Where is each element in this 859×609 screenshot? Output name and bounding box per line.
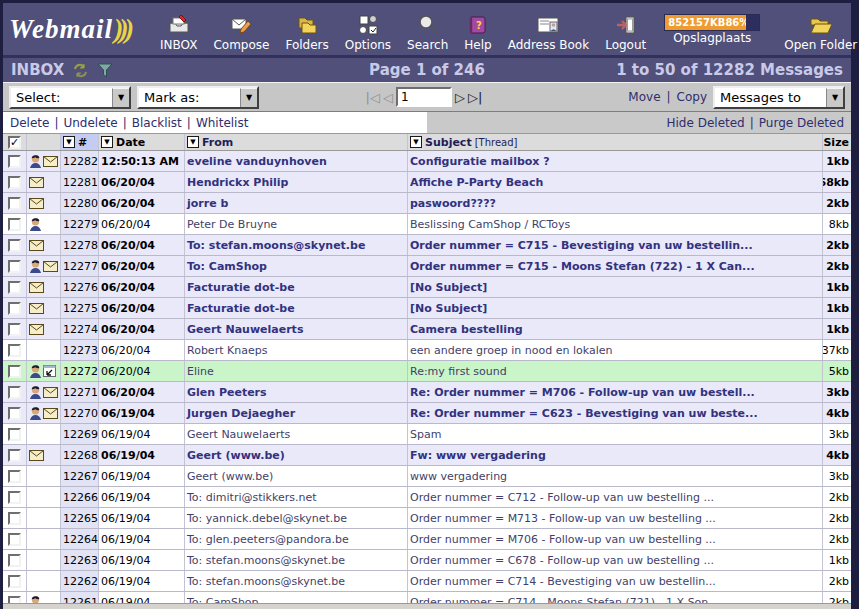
message-subject[interactable]: Configuratie mailbox ? (408, 151, 823, 171)
message-row[interactable]: 1226806/19/04Geert (www.be)Fw: www verga… (3, 445, 851, 466)
message-checkbox[interactable] (8, 197, 21, 210)
select-dropdown[interactable]: Select: ▼ (9, 86, 131, 109)
mark-as-dropdown[interactable]: Mark as: ▼ (137, 86, 259, 109)
whitelist-link[interactable]: Whitelist (196, 116, 249, 130)
message-from[interactable]: To: glen.peeters@pandora.be (185, 529, 408, 549)
sort-subject-button[interactable]: ▼ (410, 136, 422, 148)
hide-deleted-link[interactable]: Hide Deleted (667, 116, 745, 130)
message-subject[interactable]: Order nummer = M713 - Follow-up van uw b… (408, 508, 823, 528)
message-subject[interactable]: Re: Order nummer = M706 - Follow-up van … (408, 382, 823, 402)
message-from[interactable]: To: stefan.moons@skynet.be (185, 550, 408, 570)
message-from[interactable]: Peter De Bruyne (185, 214, 408, 234)
message-subject[interactable]: Re: Order nummer = C623 - Bevestiging va… (408, 403, 823, 423)
message-row[interactable]: 1226406/19/04To: glen.peeters@pandora.be… (3, 529, 851, 550)
message-from[interactable]: To: CamShop (185, 592, 408, 603)
folders-button[interactable]: Folders (285, 6, 328, 52)
message-subject[interactable]: Camera bestelling (408, 319, 823, 339)
message-from[interactable]: To: yannick.debel@skynet.be (185, 508, 408, 528)
blacklist-link[interactable]: Blacklist (132, 116, 182, 130)
message-subject[interactable]: Fw: www vergadering (408, 445, 823, 465)
move-button[interactable]: Move (628, 90, 660, 104)
last-page-button[interactable]: ▷| (468, 91, 482, 104)
message-row[interactable]: 1228006/20/04jorre bpaswoord????2kb (3, 193, 851, 214)
message-subject[interactable]: www vergadering (408, 466, 823, 486)
page-number-input[interactable] (396, 87, 452, 107)
first-page-button[interactable]: |◁ (366, 91, 380, 104)
message-row[interactable]: 1227606/20/04Facturatie dot-be[No Subjec… (3, 277, 851, 298)
sort-number-button[interactable]: ▼ (63, 136, 75, 148)
message-row[interactable]: 1227406/20/04Geert NauwelaertsCamera bes… (3, 319, 851, 340)
message-row[interactable]: 1227306/20/04Robert Knaepseen andere gro… (3, 340, 851, 361)
message-from[interactable]: Geert (www.be) (185, 466, 408, 486)
message-checkbox[interactable] (8, 470, 21, 483)
message-from[interactable]: To: stefan.moons@skynet.be (185, 571, 408, 591)
message-subject[interactable]: Beslissing CamShop / RCToys (408, 214, 823, 234)
message-checkbox[interactable] (8, 449, 21, 462)
filter-icon[interactable] (97, 63, 113, 78)
mark-as-dropdown-icon[interactable]: ▼ (240, 88, 257, 107)
message-checkbox[interactable] (8, 302, 21, 315)
message-subject[interactable]: Order nummer = C714 - Bevestiging van uw… (408, 571, 823, 591)
message-checkbox[interactable] (8, 596, 21, 604)
messages-to-dropdown-icon[interactable]: ▼ (826, 88, 843, 107)
prev-page-button[interactable]: ◁ (383, 91, 393, 104)
message-checkbox[interactable] (8, 260, 21, 273)
message-subject[interactable]: Affiche P-Party Beach (408, 172, 823, 192)
message-subject[interactable]: paswoord???? (408, 193, 823, 213)
next-page-button[interactable]: ▷ (455, 91, 465, 104)
message-from[interactable]: Eline (185, 361, 408, 381)
messages-to-dropdown[interactable]: Messages to ▼ (713, 86, 845, 109)
sort-from-button[interactable]: ▼ (187, 136, 199, 148)
message-from[interactable]: Geert Nauwelaerts (185, 424, 408, 444)
message-checkbox[interactable] (8, 512, 21, 525)
message-checkbox[interactable] (8, 239, 21, 252)
header-thread-link[interactable]: [Thread] (475, 137, 518, 148)
message-from[interactable]: Facturatie dot-be (185, 298, 408, 318)
webmail-logo[interactable]: Webmail ))) (9, 13, 130, 45)
message-from[interactable]: Geert (www.be) (185, 445, 408, 465)
select-all-checkbox[interactable]: ✓ (8, 136, 21, 149)
message-row[interactable]: 1226206/19/04To: stefan.moons@skynet.beO… (3, 571, 851, 592)
help-button[interactable]: ?Help (464, 6, 491, 52)
message-checkbox[interactable] (8, 323, 21, 336)
message-subject[interactable]: Re:my first sound (408, 361, 823, 381)
message-subject[interactable]: [No Subject] (408, 298, 823, 318)
message-checkbox[interactable] (8, 407, 21, 420)
message-row[interactable]: 1227706/20/04To: CamShopOrder nummer = C… (3, 256, 851, 277)
purge-deleted-link[interactable]: Purge Deleted (759, 116, 844, 130)
message-checkbox[interactable] (8, 365, 21, 378)
message-row[interactable]: 1226906/19/04Geert NauwelaertsSpam3kb (3, 424, 851, 445)
message-from[interactable]: Robert Knaeps (185, 340, 408, 360)
sort-date-button[interactable]: ▼ (101, 136, 113, 148)
message-row[interactable]: 1227106/20/04Glen PeetersRe: Order numme… (3, 382, 851, 403)
message-row[interactable]: 1227506/20/04Facturatie dot-be[No Subjec… (3, 298, 851, 319)
message-subject[interactable]: Order nummer = M706 - Follow-up van uw b… (408, 529, 823, 549)
select-dropdown-icon[interactable]: ▼ (112, 88, 129, 107)
copy-button[interactable]: Copy (677, 90, 707, 104)
message-checkbox[interactable] (8, 554, 21, 567)
message-from[interactable]: Glen Peeters (185, 382, 408, 402)
search-button[interactable]: Search (407, 6, 448, 52)
message-from[interactable]: jorre b (185, 193, 408, 213)
message-row[interactable]: 1226106/19/04To: CamShopOrder nummer = C… (3, 592, 851, 603)
message-checkbox[interactable] (8, 344, 21, 357)
refresh-icon[interactable] (72, 63, 89, 78)
message-subject[interactable]: een andere groep in nood en lokalen (408, 340, 823, 360)
message-row[interactable]: 1227206/20/04ElineRe:my first sound5kb (3, 361, 851, 382)
message-checkbox[interactable] (8, 155, 21, 168)
message-from[interactable]: Geert Nauwelaerts (185, 319, 408, 339)
message-subject[interactable]: Order nummer = C714 - Moons Stefan (721)… (408, 592, 823, 603)
message-row[interactable]: 1228212:50:13 AMeveline vanduynhovenConf… (3, 151, 851, 172)
message-subject[interactable]: Order nummer = C715 - Moons Stefan (722)… (408, 256, 823, 276)
message-checkbox[interactable] (8, 176, 21, 189)
message-subject[interactable]: Order nummer = C715 - Bevestiging van uw… (408, 235, 823, 255)
message-row[interactable]: 1227806/20/04To: stefan.moons@skynet.beO… (3, 235, 851, 256)
message-from[interactable]: Jurgen Dejaegher (185, 403, 408, 423)
message-subject[interactable]: [No Subject] (408, 277, 823, 297)
message-checkbox[interactable] (8, 218, 21, 231)
message-checkbox[interactable] (8, 428, 21, 441)
message-checkbox[interactable] (8, 386, 21, 399)
message-subject[interactable]: Spam (408, 424, 823, 444)
message-row[interactable]: 1226306/19/04To: stefan.moons@skynet.beO… (3, 550, 851, 571)
delete-link[interactable]: Delete (10, 116, 49, 130)
